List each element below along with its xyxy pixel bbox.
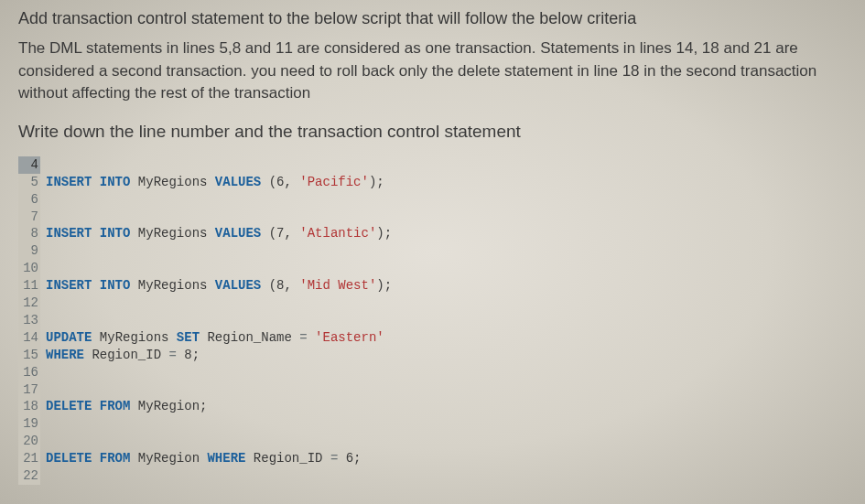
line-number: 6 — [18, 191, 40, 209]
code-line-15: 15WHERE Region_ID = 8; — [18, 347, 847, 364]
question-title: Add transaction control statement to the… — [18, 9, 847, 28]
line-number: 14 — [18, 329, 40, 347]
code-line-8: 8INSERT INTO MyRegions VALUES (7, 'Atlan… — [18, 225, 847, 242]
sql-text: MyRegions — [92, 330, 176, 345]
sql-text: ); — [376, 278, 392, 293]
sql-keyword: WHERE — [46, 348, 84, 362]
code-line-11: 11INSERT INTO MyRegions VALUES (8, 'Mid … — [18, 277, 847, 295]
sql-text: ( — [261, 175, 276, 189]
sql-keyword: VALUES — [215, 226, 261, 241]
sql-keyword: INSERT INTO — [46, 226, 130, 241]
line-number: 15 — [18, 347, 40, 364]
line-number: 4 — [18, 156, 40, 174]
line-number: 20 — [18, 433, 40, 450]
code-line-22: 22 — [18, 467, 847, 485]
code-line-18: 18DELETE FROM MyRegion; — [18, 398, 847, 415]
sql-text: , — [284, 175, 299, 189]
sql-text: MyRegion — [130, 451, 207, 466]
sql-number: 6 — [346, 451, 353, 466]
code-line-6: 6 — [18, 191, 847, 209]
sql-string: 'Atlantic' — [299, 226, 376, 241]
code-line-13: 13 — [18, 312, 847, 329]
sql-text: ( — [261, 278, 276, 293]
code-line-17: 17 — [18, 381, 847, 399]
sql-text: ); — [376, 226, 392, 241]
sql-text: ); — [369, 175, 384, 189]
sql-text: Region_ID — [84, 348, 168, 362]
sql-text: Region_ID — [245, 451, 330, 466]
line-number: 8 — [18, 225, 40, 242]
code-line-14: 14UPDATE MyRegions SET Region_Name = 'Ea… — [18, 329, 847, 347]
sql-keyword: DELETE FROM — [46, 399, 130, 413]
sql-text: ( — [261, 226, 276, 241]
line-number: 9 — [18, 242, 40, 260]
sql-text: , — [284, 278, 299, 293]
code-line-4: 4 — [18, 156, 847, 174]
question-instruction: Write down the line number and the trans… — [18, 122, 847, 142]
code-block: 4 5INSERT INTO MyRegions VALUES (6, 'Pac… — [18, 156, 847, 485]
sql-keyword: INSERT INTO — [46, 278, 130, 293]
line-number: 12 — [18, 295, 40, 312]
sql-keyword: DELETE FROM — [46, 451, 130, 466]
sql-keyword: UPDATE — [46, 330, 92, 345]
line-number: 7 — [18, 209, 40, 226]
sql-string: 'Mid West' — [299, 278, 376, 293]
line-number: 18 — [18, 398, 40, 415]
line-number: 22 — [18, 467, 40, 485]
line-number: 16 — [18, 364, 40, 381]
sql-text: = — [299, 330, 315, 345]
sql-text: = — [168, 348, 184, 362]
sql-text: Region_Name — [200, 330, 299, 345]
sql-text: ; — [353, 451, 361, 466]
sql-text: = — [330, 451, 346, 466]
sql-keyword: SET — [177, 330, 200, 345]
sql-keyword: VALUES — [215, 175, 261, 189]
sql-number: 8 — [184, 348, 191, 362]
sql-text: MyRegions — [130, 278, 214, 293]
sql-keyword: INSERT INTO — [46, 175, 130, 189]
sql-text: ; — [192, 348, 200, 362]
code-line-5: 5INSERT INTO MyRegions VALUES (6, 'Pacif… — [18, 174, 847, 191]
code-line-9: 9 — [18, 242, 847, 260]
code-line-21: 21DELETE FROM MyRegion WHERE Region_ID =… — [18, 450, 847, 467]
sql-keyword: VALUES — [215, 278, 261, 293]
line-number: 5 — [18, 174, 40, 191]
line-number: 11 — [18, 277, 40, 295]
code-line-16: 16 — [18, 364, 847, 381]
sql-text: MyRegion; — [130, 399, 207, 413]
line-number: 13 — [18, 312, 40, 329]
code-line-20: 20 — [18, 433, 847, 450]
line-number: 19 — [18, 415, 40, 433]
code-line-7: 7 — [18, 209, 847, 226]
line-number: 17 — [18, 381, 40, 399]
sql-string: 'Eastern' — [315, 330, 384, 345]
line-number: 10 — [18, 260, 40, 277]
sql-text: MyRegions — [130, 175, 214, 189]
sql-text: , — [284, 226, 299, 241]
code-line-19: 19 — [18, 415, 847, 433]
sql-keyword: WHERE — [207, 451, 245, 466]
question-body: The DML statements in lines 5,8 and 11 a… — [18, 38, 847, 105]
sql-string: 'Pacific' — [299, 175, 369, 189]
code-line-12: 12 — [18, 295, 847, 312]
sql-text: MyRegions — [130, 226, 214, 241]
code-line-10: 10 — [18, 260, 847, 277]
line-number: 21 — [18, 450, 40, 467]
